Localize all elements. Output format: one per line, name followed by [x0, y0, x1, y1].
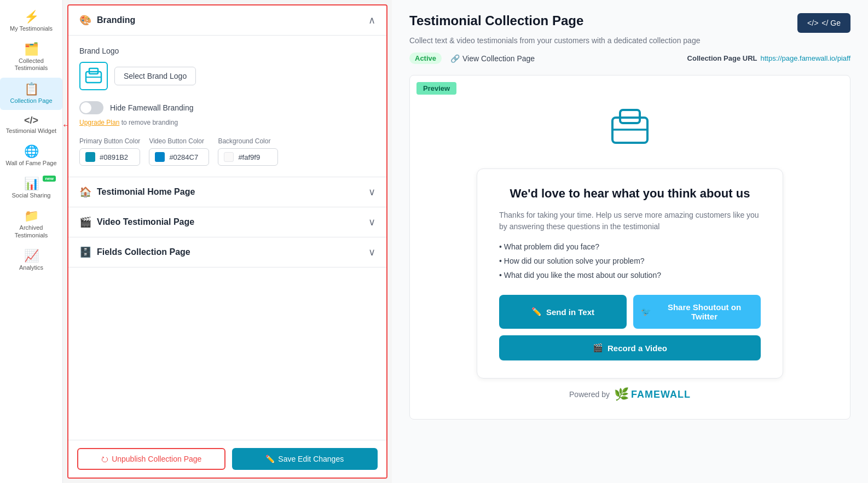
fields-page-chevron: ∨: [368, 246, 375, 258]
logo-placeholder-icon: [79, 62, 108, 90]
testimonial-subtext: Thanks for taking your time. Help us ser…: [499, 210, 761, 232]
video-testimonial-section: 🎬 Video Testimonial Page ∨: [68, 207, 386, 237]
upgrade-text: Upgrade Plan to remove branding: [79, 119, 375, 126]
share-twitter-button[interactable]: 🐦 Share Shoutout on Twitter: [633, 295, 761, 329]
branding-section: 🎨 Branding ∧ Brand Logo: [68, 5, 386, 177]
upgrade-plan-link[interactable]: Upgrade Plan: [79, 119, 119, 126]
primary-button-color-field: Primary Button Color #0891B2: [79, 137, 140, 166]
widget-icon: </>: [24, 115, 38, 125]
testimonial-bullets: What problem did you face?How did our so…: [499, 242, 761, 280]
wall-of-fame-label: Wall of Fame Page: [5, 160, 56, 167]
archived-testimonials-label: Archived Testimonials: [4, 224, 58, 238]
preview-section: Preview We'd love to hear what you think…: [409, 75, 850, 420]
testimonial-card: We'd love to hear what you think about u…: [477, 168, 783, 379]
embed-icon: </>: [807, 19, 818, 27]
fields-collection-header[interactable]: 🗄️ Fields Collection Page ∨: [68, 237, 386, 267]
social-sharing-label: Social Sharing: [12, 192, 51, 199]
preview-badge: Preview: [416, 82, 456, 95]
save-button[interactable]: ✏️ Save Edit Changes: [232, 448, 378, 470]
famewall-logo: 🌿 FAMEWALL: [614, 387, 691, 401]
active-badge: Active: [409, 53, 442, 64]
sidebar-item-testimonial-widget[interactable]: </> Testimonial Widget ←: [0, 110, 62, 140]
right-header: Testimonial Collection Page </> </ Ge: [409, 13, 850, 33]
testimonial-home-page-header[interactable]: 🏠 Testimonial Home Page ∨: [68, 177, 386, 207]
sidebar-item-archived-testimonials[interactable]: 📁 Archived Testimonials: [0, 205, 62, 244]
social-sharing-icon: 📊: [24, 178, 39, 190]
hide-branding-toggle[interactable]: [79, 101, 103, 114]
fields-page-title: Fields Collection Page: [97, 247, 190, 257]
bottom-buttons: ⭮ Unpublish Collection Page ✏️ Save Edit…: [68, 440, 386, 478]
left-panel-scroll: 🎨 Branding ∧ Brand Logo: [68, 5, 386, 440]
primary-color-value: #0891B2: [100, 153, 128, 161]
video-button-color-swatch[interactable]: #0284C7: [149, 148, 209, 166]
video-color-value: #0284C7: [169, 153, 198, 161]
testimonial-heading: We'd love to hear what you think about u…: [499, 187, 761, 201]
brand-logo-label: Brand Logo: [79, 46, 375, 55]
testimonial-widget-label: Testimonial Widget: [6, 127, 56, 135]
background-color-field: Background Color #faf9f9: [218, 137, 278, 166]
collection-url-value: https://page.famewall.io/piaff: [760, 54, 850, 62]
sidebar-item-collected-testimonials[interactable]: 🗂️ Collected Testimonials: [0, 38, 62, 77]
color-row: Primary Button Color #0891B2 Video Butto…: [79, 137, 375, 166]
record-video-button[interactable]: 🎬 Record a Video: [499, 335, 761, 360]
bg-color-dot: [224, 152, 234, 162]
video-button-color-label: Video Button Color: [149, 137, 209, 145]
video-icon: 🎬: [593, 343, 603, 353]
my-testimonials-label: My Testimonials: [10, 25, 53, 32]
video-page-title: Video Testimonial Page: [97, 217, 194, 227]
analytics-label: Analytics: [19, 264, 43, 271]
embed-button[interactable]: </> </ Ge: [797, 13, 850, 33]
sidebar: ⚡ My Testimonials 🗂️ Collected Testimoni…: [0, 0, 63, 483]
sidebar-item-analytics[interactable]: 📈 Analytics: [0, 245, 62, 277]
unpublish-icon: ⭮: [101, 455, 108, 463]
collection-url-label: Collection Page URL: [687, 54, 757, 62]
branding-title: Branding: [97, 15, 135, 25]
famewall-icon: 🌿: [614, 387, 629, 401]
sidebar-item-social-sharing[interactable]: 📊 Social Sharing new: [0, 172, 62, 205]
hide-branding-label: Hide Famewall Branding: [110, 103, 194, 112]
collected-testimonials-label: Collected Testimonials: [4, 57, 58, 72]
analytics-icon: 📈: [24, 250, 39, 262]
branding-content: Brand Logo Select Brand Logo: [68, 36, 386, 177]
primary-button-color-label: Primary Button Color: [79, 137, 140, 145]
video-page-chevron: ∨: [368, 216, 375, 228]
unpublish-button[interactable]: ⭮ Unpublish Collection Page: [77, 448, 225, 470]
video-page-icon: 🎬: [79, 216, 91, 228]
select-logo-button[interactable]: Select Brand Logo: [114, 67, 196, 85]
branding-header[interactable]: 🎨 Branding ∧: [68, 5, 386, 36]
page-subtitle: Collect text & video testimonials from y…: [409, 36, 850, 45]
save-icon: ✏️: [265, 455, 275, 463]
home-page-title: Testimonial Home Page: [97, 187, 195, 197]
sidebar-item-wall-of-fame[interactable]: 🌐 Wall of Fame Page: [0, 140, 62, 172]
sidebar-item-my-testimonials[interactable]: ⚡ My Testimonials: [0, 5, 62, 38]
home-page-chevron: ∨: [368, 186, 375, 198]
sidebar-item-collection-page[interactable]: 📋 Collection Page: [0, 78, 62, 110]
view-collection-page-link[interactable]: 🔗 View Collection Page: [450, 54, 535, 63]
primary-button-color-swatch[interactable]: #0891B2: [79, 148, 140, 166]
testimonial-home-page-section: 🏠 Testimonial Home Page ∨: [68, 177, 386, 207]
preview-content: We'd love to hear what you think about u…: [410, 95, 850, 419]
fields-collection-section: 🗄️ Fields Collection Page ∨: [68, 237, 386, 267]
background-color-swatch[interactable]: #faf9f9: [218, 148, 278, 166]
archived-testimonials-icon: 📁: [24, 210, 39, 222]
action-buttons: ✏️ Send in Text 🐦 Share Shoutout on Twit…: [499, 295, 761, 329]
bg-color-value: #faf9f9: [238, 153, 260, 161]
video-testimonial-header[interactable]: 🎬 Video Testimonial Page ∨: [68, 207, 386, 237]
home-page-icon: 🏠: [79, 186, 91, 198]
wall-of-fame-icon: 🌐: [24, 146, 39, 158]
bullet-item: What did you like the most about our sol…: [499, 271, 761, 280]
bullet-item: What problem did you face?: [499, 242, 761, 251]
collection-page-label: Collection Page: [10, 97, 52, 104]
collection-page-icon: 📋: [24, 83, 39, 95]
powered-by: Powered by 🌿 FAMEWALL: [569, 387, 691, 401]
external-link-icon: 🔗: [450, 54, 460, 63]
right-panel: Testimonial Collection Page </> </ Ge Co…: [392, 0, 868, 483]
send-in-text-button[interactable]: ✏️ Send in Text: [499, 295, 627, 329]
branding-icon: 🎨: [79, 14, 91, 26]
video-color-dot: [155, 152, 165, 162]
my-testimonials-icon: ⚡: [24, 11, 39, 23]
logo-row: Select Brand Logo: [79, 62, 375, 90]
status-row: Active 🔗 View Collection Page Collection…: [409, 53, 850, 64]
toggle-row: Hide Famewall Branding: [79, 101, 375, 114]
left-panel: 🎨 Branding ∧ Brand Logo: [67, 4, 387, 479]
